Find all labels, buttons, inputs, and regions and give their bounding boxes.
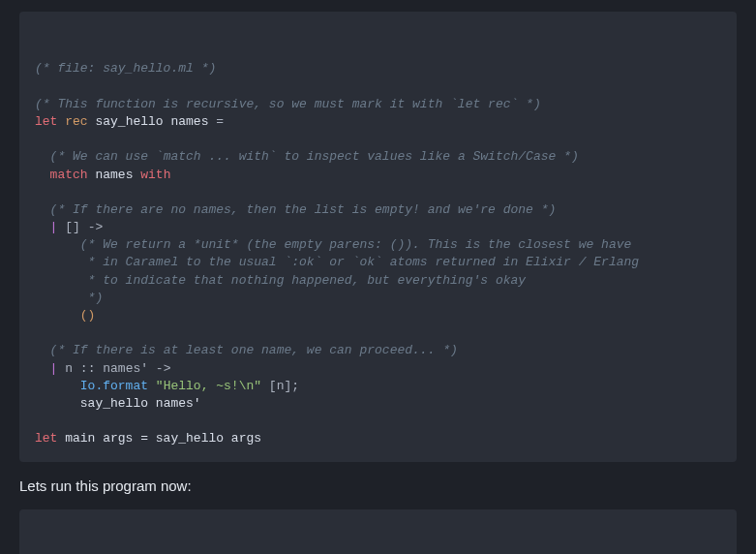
code-comment: (* We can use `match ... with` to inspec… bbox=[50, 149, 579, 164]
code-comment: *) bbox=[80, 291, 103, 305]
code-call: Io.format bbox=[80, 379, 156, 393]
copy-icon[interactable] bbox=[706, 21, 725, 41]
copy-icon[interactable] bbox=[706, 519, 725, 539]
code-ident: names bbox=[170, 114, 208, 129]
code-string: "Hello, ~s!\n" bbox=[156, 379, 261, 393]
code-punct: = bbox=[208, 114, 224, 129]
code-keyword: with bbox=[140, 168, 170, 182]
code-keyword: match bbox=[50, 168, 88, 182]
code-call: say_hello names' bbox=[80, 396, 201, 411]
code-keyword: rec bbox=[65, 114, 87, 129]
code-comment: (* If there are no names, then the list … bbox=[50, 202, 557, 217]
code-comment: (* If there is at least one name, we can… bbox=[50, 343, 458, 357]
code-unit: () bbox=[80, 308, 96, 323]
code-ident: names bbox=[95, 168, 133, 182]
prose-text: Lets run this program now: bbox=[0, 477, 756, 509]
code-comment: * in Caramel to the usual `:ok` or `ok` … bbox=[80, 255, 639, 269]
code-comment: (* We return a *unit* (the empty parens:… bbox=[80, 237, 632, 252]
code-punct: [n]; bbox=[261, 379, 299, 393]
code-keyword: let bbox=[35, 114, 57, 129]
code-block-shell: $ escript say_hello.erl Joe Robert Mike … bbox=[19, 509, 737, 555]
code-line: main args = say_hello args bbox=[57, 431, 261, 446]
code-pattern: [] -> bbox=[65, 220, 103, 234]
code-pattern: n :: names' -> bbox=[57, 361, 170, 376]
code-block-ocaml: (* file: say_hello.ml *) (* This functio… bbox=[19, 12, 737, 462]
code-comment: (* This function is recursive, so we mus… bbox=[35, 97, 541, 111]
code-punct: | bbox=[50, 220, 58, 234]
code-comment: * to indicate that nothing happened, but… bbox=[80, 273, 526, 288]
code-ident: say_hello bbox=[95, 114, 163, 129]
code-keyword: let bbox=[35, 431, 57, 446]
code-comment: (* file: say_hello.ml *) bbox=[35, 61, 216, 76]
